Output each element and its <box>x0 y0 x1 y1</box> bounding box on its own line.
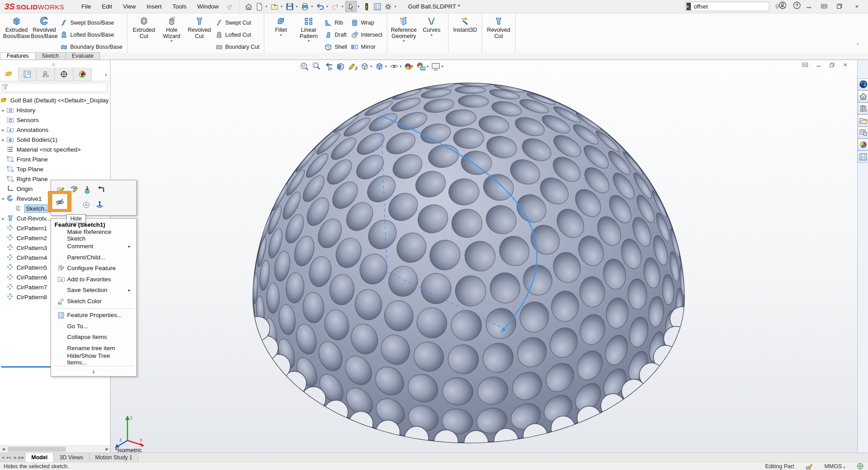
doc-close-icon[interactable]: × <box>838 60 852 69</box>
ribbon-boundary-boss-base-button[interactable]: Boundary Boss/Base <box>58 41 124 53</box>
ribbon-hole-wizard-button[interactable]: Hole Wizard▾ <box>158 15 186 44</box>
fm-part-tab[interactable] <box>0 68 18 81</box>
menu-item-sketch-color[interactable]: Sketch Color <box>51 296 136 307</box>
doc-restore-icon[interactable] <box>825 60 838 69</box>
tree-item-sensors[interactable]: Sensors <box>0 115 110 125</box>
file-explorer-button[interactable] <box>858 114 868 127</box>
ribbon-linear-pattern-button[interactable]: Linear Pattern▾ <box>295 15 322 44</box>
tree-item-annotations[interactable]: ▸AAnnotations <box>0 125 110 135</box>
last-tab-icon[interactable]: ▶▶ <box>18 455 24 460</box>
tree-item-material-not-specified-[interactable]: Material <not specified> <box>0 144 110 154</box>
view-orientation-button[interactable]: ▾ <box>359 61 373 72</box>
ribbon-intersect-button[interactable]: Intersect <box>349 29 384 41</box>
ribbon-reference-geometry-button[interactable]: Reference Geometry▾ <box>390 15 418 44</box>
units-label[interactable]: MMGS ▴ <box>825 463 845 470</box>
search-input[interactable] <box>691 3 775 10</box>
ribbon-rib-button[interactable]: Rib <box>322 17 349 29</box>
custom-properties-button[interactable] <box>858 151 868 163</box>
help-icon[interactable]: ? <box>793 1 801 9</box>
rebuild-icon[interactable] <box>361 1 372 12</box>
redo-icon[interactable] <box>330 1 341 12</box>
fm-config-tab[interactable] <box>37 68 55 81</box>
select-cursor-icon[interactable] <box>345 1 357 12</box>
expander-icon[interactable]: ▸ <box>0 108 6 113</box>
menu-file[interactable]: File <box>76 0 97 13</box>
menu-item-make-reference-sketch[interactable]: Make Reference Sketch <box>51 230 136 241</box>
search-box[interactable]: >_ ⚲ ▾ <box>685 2 769 11</box>
new-doc-icon[interactable] <box>254 1 265 12</box>
menu-edit[interactable]: Edit <box>97 0 118 13</box>
ribbon-swept-cut-button[interactable]: Swept Cut <box>213 17 261 29</box>
prev-tab-icon[interactable]: ◄ <box>7 455 13 460</box>
appearances-scenes-button[interactable] <box>858 139 868 151</box>
scroll-left-icon[interactable]: ◀ <box>0 446 7 453</box>
open-doc-caret-icon[interactable]: ▾ <box>281 4 283 8</box>
menu-item-comment[interactable]: Comment▸ <box>51 241 136 252</box>
menu-tools[interactable]: Tools <box>167 0 192 13</box>
menu-window[interactable]: Window <box>192 0 224 13</box>
redo-caret-icon[interactable]: ▾ <box>342 4 343 8</box>
globe-status-icon[interactable] <box>857 463 864 470</box>
menu-item-go-to-[interactable]: Go To... <box>51 321 136 332</box>
section-view-button[interactable] <box>334 61 347 72</box>
scroll-right-icon[interactable]: ▶ <box>104 446 110 453</box>
ribbon-extruded-boss-base-button[interactable]: Extruded Boss/Base <box>3 15 30 39</box>
menu-item-parent-child-[interactable]: Parent/Child... <box>51 252 136 263</box>
new-doc-caret-icon[interactable]: ▾ <box>266 4 267 8</box>
doc-tab-motion-study-1[interactable]: Motion Study 1 <box>89 453 139 462</box>
panel-horizontal-scrollbar[interactable]: ◀ ▶ <box>0 445 110 453</box>
context-menu-expand-chevron-icon[interactable]: ⇓ <box>51 368 136 375</box>
doc-span-icon[interactable] <box>798 60 812 69</box>
hide-show-items-button[interactable]: ▾ <box>388 61 403 72</box>
collapse-ribbon-chevron-icon[interactable]: ˆ <box>851 43 864 52</box>
first-tab-icon[interactable]: ◄◄ <box>1 455 7 460</box>
select-cursor-caret-icon[interactable]: ▾ <box>358 4 360 8</box>
pin-icon[interactable]: ⚠ <box>225 1 235 11</box>
panel-splitter-handle[interactable] <box>52 63 55 66</box>
hide-button[interactable] <box>52 194 68 209</box>
print-icon[interactable] <box>300 1 310 12</box>
graphics-area[interactable]: A▾▾▾▾▾ × y x z *Isometric <box>110 60 857 453</box>
panel-expand-chevron-icon[interactable]: › <box>92 68 110 81</box>
tree-item-top-plane[interactable]: Top Plane <box>0 164 110 174</box>
restore-button[interactable] <box>832 0 847 13</box>
doc-tab-3d-views[interactable]: 3D Views <box>54 453 89 462</box>
ribbon-revolved-cut-button[interactable]: Revolved Cut <box>186 15 213 39</box>
tree-root-item[interactable]: Golf Ball (Default) <<Default>_Display S… <box>0 95 110 105</box>
save-icon[interactable] <box>284 1 295 12</box>
ribbon-instant3d-button[interactable]: Instant3D <box>451 15 479 34</box>
menu-item-collapse-items[interactable]: Collapse Items <box>51 332 136 343</box>
tab-sketch[interactable]: Sketch <box>35 52 65 59</box>
ribbon-swept-boss-base-button[interactable]: Swept Boss/Base <box>58 17 124 29</box>
rollback-button[interactable] <box>80 183 94 196</box>
fm-display-tab[interactable] <box>73 68 92 81</box>
view-palette-button[interactable] <box>858 127 868 139</box>
expander-icon[interactable]: ▸ <box>0 127 6 132</box>
home-pane-button[interactable] <box>858 90 868 102</box>
tree-item-solid-bodies-1-[interactable]: ▸Solid Bodies(1) <box>0 135 110 144</box>
previous-view-button[interactable] <box>322 61 334 72</box>
expander-icon[interactable]: ▾ <box>0 196 6 201</box>
home-icon[interactable] <box>243 1 254 12</box>
tree-filter-input[interactable] <box>2 83 107 92</box>
threedexperience-button[interactable] <box>858 78 868 90</box>
ribbon-boundary-cut-button[interactable]: Boundary Cut <box>213 41 261 53</box>
ribbon-revolved-cut-button[interactable]: Revolved Cut <box>485 15 512 39</box>
apply-scene-button[interactable]: ▾ <box>415 61 430 72</box>
golf-ball-model[interactable] <box>110 60 857 453</box>
expander-icon[interactable]: ▸ <box>0 216 6 221</box>
fm-property-tab[interactable] <box>18 68 37 81</box>
menu-item-save-selection[interactable]: Save Selection▸ <box>51 285 136 296</box>
undo-icon[interactable] <box>315 1 326 12</box>
user-account-icon[interactable] <box>779 1 787 9</box>
ribbon-lofted-boss-base-button[interactable]: Lofted Boss/Base <box>58 29 124 41</box>
design-library-button[interactable] <box>858 102 868 114</box>
menu-view[interactable]: View <box>118 0 141 13</box>
tab-evaluate[interactable]: Evaluate <box>65 52 101 59</box>
normal-to-button[interactable] <box>93 198 106 212</box>
tree-item-history[interactable]: ▸History <box>0 105 110 115</box>
display-style-button[interactable]: ▾ <box>373 61 388 72</box>
tab-features[interactable]: Features <box>0 52 35 59</box>
ribbon-curves-button[interactable]: Curves▾ <box>418 15 445 38</box>
ribbon-wrap-button[interactable]: Wrap <box>349 17 384 29</box>
